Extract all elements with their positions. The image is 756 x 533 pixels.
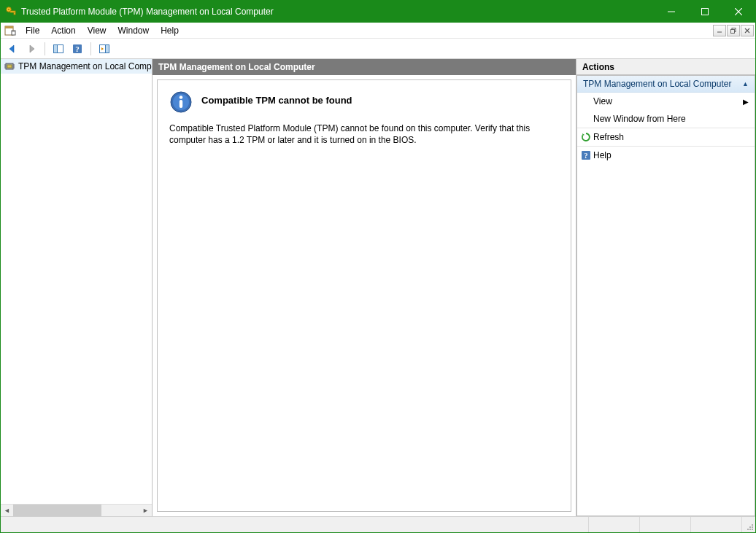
app-window: Trusted Platform Module (TPM) Management… — [0, 0, 756, 533]
actions-pane-header: Actions — [576, 59, 755, 75]
actions-pane: Actions TPM Management on Local Computer… — [576, 59, 755, 516]
result-pane-body: Compatible TPM cannot be found Compatibl… — [157, 79, 571, 512]
action-refresh-label: Refresh — [593, 132, 624, 142]
svg-rect-22 — [106, 44, 109, 52]
mdi-minimize-button[interactable] — [713, 25, 726, 36]
actions-group-label: TPM Management on Local Computer — [583, 79, 731, 89]
status-cell-3 — [691, 517, 742, 532]
svg-rect-9 — [5, 26, 13, 28]
svg-point-33 — [180, 96, 183, 99]
tpm-chip-icon — [4, 61, 15, 72]
menu-action[interactable]: Action — [45, 24, 81, 37]
svg-point-38 — [749, 529, 751, 530]
scroll-track[interactable] — [13, 505, 139, 516]
info-title: Compatible TPM cannot be found — [201, 90, 352, 106]
info-body-text: Compatible Trusted Platform Module (TPM)… — [169, 122, 549, 146]
menu-file[interactable]: File — [20, 24, 45, 37]
help-button[interactable]: ? — [69, 41, 86, 57]
svg-point-37 — [752, 529, 753, 530]
info-icon — [169, 90, 193, 114]
window-controls — [655, 1, 755, 23]
status-cell-2 — [640, 517, 691, 532]
info-row: Compatible TPM cannot be found — [169, 90, 559, 114]
tpm-key-icon — [5, 6, 17, 17]
actions-body: TPM Management on Local Computer ▲ View … — [576, 75, 755, 516]
svg-text:?: ? — [75, 44, 80, 53]
titlebar: Trusted Platform Module (TPM) Management… — [1, 1, 755, 23]
mmc-icon — [4, 24, 17, 37]
mdi-controls — [712, 25, 754, 36]
back-button[interactable] — [4, 41, 21, 57]
svg-point-40 — [747, 529, 749, 530]
status-cell-1 — [589, 517, 640, 532]
tree-content: TPM Management on Local Comp — [1, 59, 152, 504]
show-hide-tree-button[interactable] — [50, 41, 67, 57]
result-pane-header: TPM Management on Local Computer — [153, 59, 576, 75]
mdi-restore-button[interactable] — [727, 25, 740, 36]
svg-rect-14 — [731, 29, 735, 33]
menu-window[interactable]: Window — [112, 24, 155, 37]
svg-point-42 — [752, 524, 753, 526]
collapse-arrow-icon: ▲ — [742, 80, 749, 87]
menu-help[interactable]: Help — [155, 24, 185, 37]
submenu-arrow-icon: ▶ — [743, 98, 749, 106]
statusbar — [1, 516, 755, 532]
scroll-left-button[interactable]: ◄ — [1, 505, 13, 516]
show-hide-action-pane-button[interactable] — [96, 41, 113, 57]
action-view[interactable]: View ▶ — [577, 93, 755, 110]
tree-node-label: TPM Management on Local Comp — [18, 61, 152, 71]
main-body: TPM Management on Local Comp ◄ ► TPM Man… — [1, 59, 755, 516]
tree-node-tpm-management[interactable]: TPM Management on Local Comp — [1, 59, 152, 74]
svg-text:?: ? — [585, 152, 588, 160]
status-cell-main — [1, 517, 589, 532]
svg-point-1 — [8, 9, 9, 10]
action-help-label: Help — [593, 150, 612, 160]
svg-point-39 — [752, 526, 753, 528]
svg-rect-34 — [180, 100, 182, 108]
action-new-window[interactable]: New Window from Here — [577, 110, 755, 128]
minimize-button[interactable] — [655, 1, 688, 23]
tree-horizontal-scrollbar[interactable]: ◄ ► — [1, 504, 152, 516]
close-button[interactable] — [722, 1, 755, 23]
mdi-close-button[interactable] — [741, 25, 754, 36]
svg-rect-11 — [12, 31, 15, 32]
refresh-icon — [580, 131, 592, 143]
svg-rect-3 — [14, 12, 15, 15]
svg-rect-18 — [54, 44, 58, 52]
menubar: File Action View Window Help — [1, 23, 755, 39]
window-title: Trusted Platform Module (TPM) Management… — [21, 7, 655, 17]
svg-rect-5 — [702, 9, 709, 15]
maximize-button[interactable] — [688, 1, 722, 23]
menu-view[interactable]: View — [82, 24, 112, 37]
action-refresh[interactable]: Refresh — [577, 128, 755, 146]
toolbar-separator — [45, 42, 45, 55]
forward-button[interactable] — [23, 41, 40, 57]
help-icon: ? — [580, 149, 592, 161]
action-help[interactable]: ? Help — [577, 147, 755, 164]
scroll-right-button[interactable]: ► — [139, 505, 152, 516]
toolbar-separator — [90, 42, 91, 55]
svg-point-41 — [749, 526, 751, 528]
actions-group-title[interactable]: TPM Management on Local Computer ▲ — [577, 76, 755, 93]
action-new-window-label: New Window from Here — [593, 114, 686, 124]
action-view-label: View — [593, 96, 612, 106]
console-tree-pane: TPM Management on Local Comp ◄ ► — [1, 59, 153, 516]
svg-rect-24 — [7, 65, 12, 68]
scroll-thumb[interactable] — [13, 505, 101, 516]
toolbar: ? — [1, 39, 755, 59]
result-pane: TPM Management on Local Computer Compati… — [153, 59, 576, 516]
resize-grip[interactable] — [742, 517, 755, 532]
